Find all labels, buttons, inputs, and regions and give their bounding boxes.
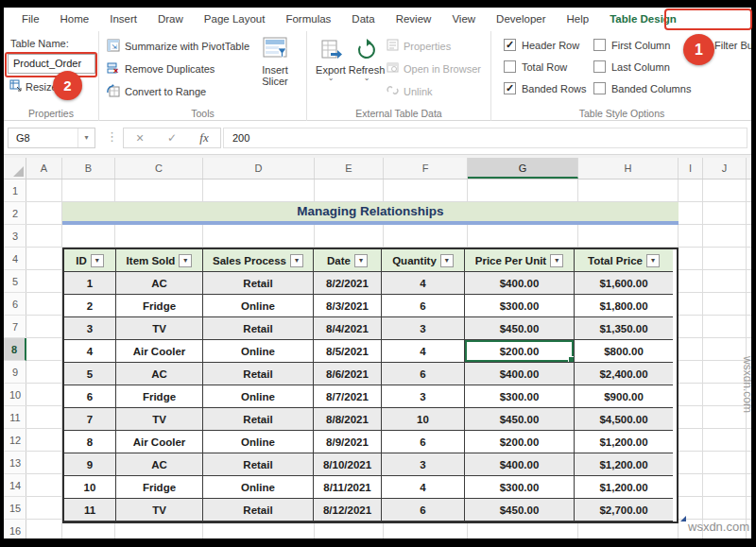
checkbox-banded-columns[interactable]: Banded Columns bbox=[593, 82, 691, 94]
table-cell[interactable]: Air Cooler bbox=[116, 431, 203, 453]
tab-file[interactable]: File bbox=[11, 8, 50, 31]
row-header-5[interactable]: 5 bbox=[4, 270, 26, 293]
table-cell[interactable]: Retail bbox=[203, 453, 314, 476]
table-cell[interactable]: $1,800.00 bbox=[575, 295, 673, 317]
table-cell[interactable]: $200.00 bbox=[465, 340, 575, 363]
table-cell[interactable]: 6 bbox=[382, 363, 465, 385]
tab-formulas[interactable]: Formulas bbox=[275, 8, 341, 31]
column-header-F[interactable]: F bbox=[384, 158, 468, 179]
table-cell[interactable]: 8/7/2021 bbox=[314, 385, 382, 408]
tab-view[interactable]: View bbox=[441, 8, 486, 31]
column-header-E[interactable]: E bbox=[315, 158, 384, 179]
table-cell[interactable]: $450.00 bbox=[465, 317, 575, 340]
table-cell[interactable]: 4 bbox=[382, 272, 465, 295]
table-cell[interactable]: $400.00 bbox=[465, 453, 575, 476]
table-cell[interactable]: $1,600.00 bbox=[575, 272, 673, 295]
insert-function-icon[interactable]: fx bbox=[188, 128, 220, 147]
table-cell[interactable]: 8/8/2021 bbox=[314, 408, 382, 431]
table-cell[interactable]: $2,700.00 bbox=[575, 499, 673, 521]
table-cell[interactable]: Fridge bbox=[116, 385, 203, 408]
tab-insert[interactable]: Insert bbox=[99, 8, 147, 31]
checkbox-header-row[interactable]: ✓Header Row bbox=[504, 39, 579, 51]
column-header-C[interactable]: C bbox=[115, 158, 203, 179]
table-cell[interactable]: 8/2/2021 bbox=[314, 272, 382, 295]
filter-dropdown-icon[interactable]: ▾ bbox=[179, 254, 192, 267]
column-header-H[interactable]: H bbox=[578, 158, 679, 179]
table-cell[interactable]: 5 bbox=[64, 363, 116, 385]
table-cell[interactable]: 11 bbox=[64, 499, 116, 521]
table-cell[interactable]: $4,500.00 bbox=[575, 408, 673, 431]
row-header-4[interactable]: 4 bbox=[4, 248, 26, 270]
table-cell[interactable]: 8/12/2021 bbox=[314, 499, 382, 521]
table-cell[interactable]: Online bbox=[203, 385, 314, 408]
column-header-D[interactable]: D bbox=[203, 158, 315, 179]
table-cell[interactable]: 6 bbox=[382, 499, 465, 521]
table-cell[interactable]: Online bbox=[203, 476, 314, 499]
table-cell[interactable]: $450.00 bbox=[465, 499, 575, 521]
table-cell[interactable]: Online bbox=[203, 431, 314, 453]
table-cell[interactable]: TV bbox=[116, 317, 203, 340]
table-cell[interactable]: 8/4/2021 bbox=[314, 317, 382, 340]
convert-to-range-button[interactable]: Convert to Range bbox=[107, 84, 206, 99]
row-header-13[interactable]: 13 bbox=[4, 452, 26, 474]
tab-draw[interactable]: Draw bbox=[147, 8, 194, 31]
tab-data[interactable]: Data bbox=[341, 8, 385, 31]
table-cell[interactable]: $1,200.00 bbox=[575, 476, 673, 499]
row-header-11[interactable]: 11 bbox=[4, 406, 26, 429]
cells-area[interactable]: Managing Relationships ID▾Item Sold▾Sale… bbox=[26, 179, 751, 538]
filter-dropdown-icon[interactable]: ▾ bbox=[91, 254, 104, 267]
table-cell[interactable]: 6 bbox=[382, 431, 465, 453]
table-cell[interactable]: $400.00 bbox=[465, 272, 575, 295]
table-cell[interactable]: 8/5/2021 bbox=[314, 340, 382, 363]
table-cell[interactable]: $200.00 bbox=[465, 431, 575, 453]
table-cell[interactable]: 10 bbox=[382, 408, 465, 431]
table-cell[interactable]: Fridge bbox=[116, 295, 203, 317]
row-header-1[interactable]: 1 bbox=[4, 179, 26, 202]
row-header-12[interactable]: 12 bbox=[4, 429, 26, 452]
resize-table-button[interactable]: Resize bbox=[9, 79, 58, 94]
checkbox-total-row[interactable]: Total Row bbox=[504, 60, 567, 73]
table-cell[interactable]: $300.00 bbox=[465, 385, 575, 408]
column-header-J[interactable]: J bbox=[703, 158, 747, 179]
table-cell[interactable]: $1,200.00 bbox=[575, 431, 673, 453]
table-cell[interactable]: 4 bbox=[64, 340, 116, 363]
table-cell[interactable]: AC bbox=[116, 453, 203, 476]
row-header-2[interactable]: 2 bbox=[4, 202, 26, 225]
table-cell[interactable]: Retail bbox=[203, 499, 314, 521]
table-cell[interactable]: $1,350.00 bbox=[575, 317, 673, 340]
table-cell[interactable]: 7 bbox=[64, 408, 116, 431]
table-cell[interactable]: 3 bbox=[382, 385, 465, 408]
table-cell[interactable]: 8/10/2021 bbox=[314, 453, 382, 476]
table-cell[interactable]: TV bbox=[116, 408, 203, 431]
table-cell[interactable]: 6 bbox=[382, 295, 465, 317]
table-resize-handle[interactable] bbox=[675, 516, 686, 521]
row-header-16[interactable]: 16 bbox=[4, 520, 26, 538]
table-cell[interactable]: 9 bbox=[64, 453, 116, 476]
tab-review[interactable]: Review bbox=[386, 8, 442, 31]
row-header-10[interactable]: 10 bbox=[4, 384, 26, 406]
table-cell[interactable]: TV bbox=[116, 499, 203, 521]
remove-duplicates-button[interactable]: × Remove Duplicates bbox=[107, 61, 215, 77]
filter-dropdown-icon[interactable]: ▾ bbox=[550, 254, 563, 267]
row-header-3[interactable]: 3 bbox=[4, 225, 26, 248]
tab-home[interactable]: Home bbox=[50, 8, 100, 31]
table-cell[interactable]: 8/3/2021 bbox=[314, 295, 382, 317]
table-cell[interactable]: Air Cooler bbox=[116, 340, 203, 363]
table-cell[interactable]: 3 bbox=[64, 317, 116, 340]
table-cell[interactable]: $800.00 bbox=[575, 340, 673, 363]
summarize-with-pivottable-button[interactable]: ⇲ Summarize with PivotTable bbox=[107, 39, 249, 54]
formula-input[interactable]: 200 bbox=[223, 128, 747, 148]
row-header-15[interactable]: 15 bbox=[4, 497, 26, 520]
filter-dropdown-icon[interactable]: ▾ bbox=[354, 254, 368, 267]
table-cell[interactable]: $2,400.00 bbox=[575, 363, 673, 385]
refresh-button[interactable]: Refresh ⌄ bbox=[345, 39, 388, 81]
column-header-I[interactable]: I bbox=[679, 158, 703, 179]
insert-slicer-button[interactable]: Insert Slicer bbox=[250, 37, 300, 87]
table-cell[interactable]: $300.00 bbox=[465, 476, 575, 499]
column-header-G[interactable]: G bbox=[468, 158, 578, 179]
filter-dropdown-icon[interactable]: ▾ bbox=[440, 254, 454, 267]
table-cell[interactable]: $1,200.00 bbox=[575, 453, 673, 476]
table-cell[interactable]: AC bbox=[116, 363, 203, 385]
table-cell[interactable]: 8/11/2021 bbox=[314, 476, 382, 499]
checkbox-first-column[interactable]: First Column bbox=[593, 39, 670, 51]
